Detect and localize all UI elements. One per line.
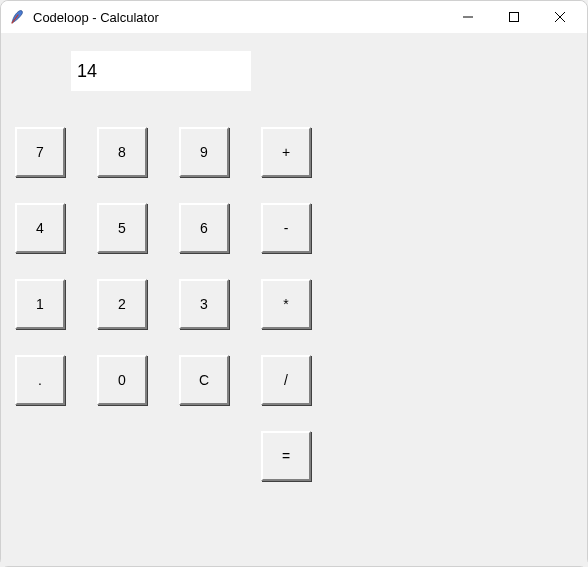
key-8[interactable]: 8 [97, 127, 147, 177]
tk-feather-icon [9, 9, 25, 25]
key-9[interactable]: 9 [179, 127, 229, 177]
client-area: 7 8 9 + 4 5 6 - 1 2 3 * . 0 C / [1, 33, 587, 566]
key-dot[interactable]: . [15, 355, 65, 405]
minimize-button[interactable] [445, 1, 491, 33]
keypad: 7 8 9 + 4 5 6 - 1 2 3 * . 0 C / [15, 127, 311, 481]
key-divide[interactable]: / [261, 355, 311, 405]
display-input[interactable] [71, 51, 251, 91]
key-multiply[interactable]: * [261, 279, 311, 329]
key-plus[interactable]: + [261, 127, 311, 177]
app-window: Codeloop - Calculator 7 8 9 + 4 5 6 [0, 0, 588, 567]
key-minus[interactable]: - [261, 203, 311, 253]
svg-rect-1 [510, 13, 519, 22]
key-equals[interactable]: = [261, 431, 311, 481]
titlebar: Codeloop - Calculator [1, 1, 587, 33]
close-button[interactable] [537, 1, 583, 33]
key-2[interactable]: 2 [97, 279, 147, 329]
key-clear[interactable]: C [179, 355, 229, 405]
key-5[interactable]: 5 [97, 203, 147, 253]
key-0[interactable]: 0 [97, 355, 147, 405]
key-6[interactable]: 6 [179, 203, 229, 253]
key-1[interactable]: 1 [15, 279, 65, 329]
window-title: Codeloop - Calculator [33, 10, 159, 25]
maximize-button[interactable] [491, 1, 537, 33]
key-4[interactable]: 4 [15, 203, 65, 253]
key-3[interactable]: 3 [179, 279, 229, 329]
key-7[interactable]: 7 [15, 127, 65, 177]
